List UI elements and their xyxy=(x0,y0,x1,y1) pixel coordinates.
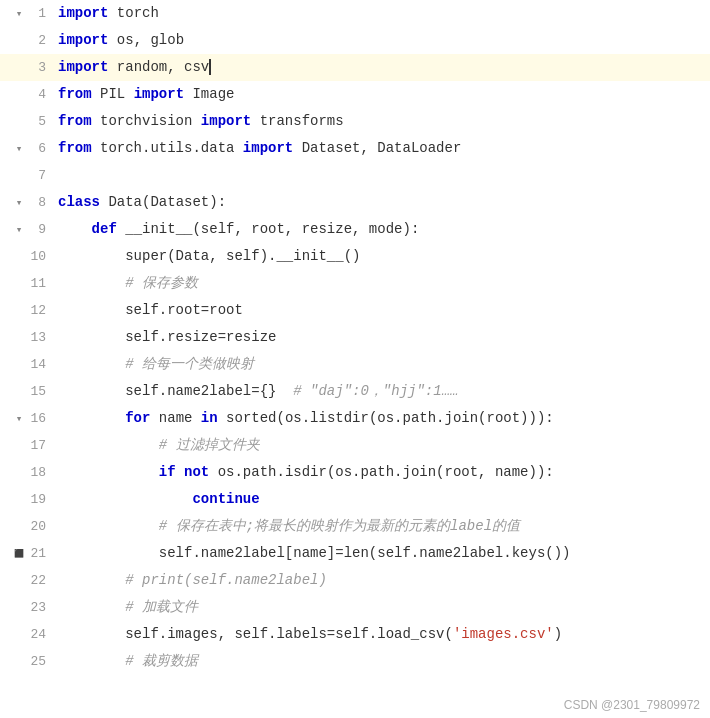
token-plain: ) xyxy=(554,626,562,642)
code-text: import os, glob xyxy=(50,27,184,54)
token-cm: # 加载文件 xyxy=(125,599,198,615)
line-number: 18 xyxy=(28,465,46,480)
token-plain: PIL xyxy=(92,86,134,102)
text-cursor xyxy=(209,59,211,75)
code-line: 4from PIL import Image xyxy=(0,81,710,108)
code-text: self.name2label[name]=len(self.name2labe… xyxy=(50,540,570,567)
code-text: self.root=root xyxy=(50,297,243,324)
token-kw: for xyxy=(125,410,150,426)
line-number: 3 xyxy=(28,60,46,75)
token-plain xyxy=(58,410,125,426)
fold-icon: ▾ xyxy=(12,223,26,236)
code-text: class Data(Dataset): xyxy=(50,189,226,216)
code-line: 19 continue xyxy=(0,486,710,513)
line-number: 20 xyxy=(28,519,46,534)
token-cm: # 保存参数 xyxy=(125,275,198,291)
token-plain xyxy=(58,437,159,453)
token-plain: Dataset, DataLoader xyxy=(293,140,461,156)
code-text: if not os.path.isdir(os.path.join(root, … xyxy=(50,459,554,486)
token-kw: from xyxy=(58,113,92,129)
code-line: 23 # 加载文件 xyxy=(0,594,710,621)
token-cm: # 给每一个类做映射 xyxy=(125,356,254,372)
line-number: 17 xyxy=(28,438,46,453)
code-content: ▾1import torch2import os, glob3import ra… xyxy=(0,0,710,675)
token-kw: not xyxy=(184,464,209,480)
token-plain: torch.utils.data xyxy=(92,140,243,156)
code-text: super(Data, self).__init__() xyxy=(50,243,360,270)
code-line: 10 super(Data, self).__init__() xyxy=(0,243,710,270)
line-number: 21 xyxy=(28,546,46,561)
code-text: from PIL import Image xyxy=(50,81,234,108)
line-number: 16 xyxy=(28,411,46,426)
token-kw: import xyxy=(243,140,293,156)
code-line: 7 xyxy=(0,162,710,189)
token-plain: transforms xyxy=(251,113,343,129)
token-plain xyxy=(58,572,125,588)
token-cm: # ″daj″:0，″hjj″:1…… xyxy=(293,383,458,399)
token-plain: torch xyxy=(108,5,158,21)
code-text: import torch xyxy=(50,0,159,27)
token-plain xyxy=(58,275,125,291)
token-kw: class xyxy=(58,194,100,210)
line-number: 12 xyxy=(28,303,46,318)
code-line: ⬛21 self.name2label[name]=len(self.name2… xyxy=(0,540,710,567)
code-line: 11 # 保存参数 xyxy=(0,270,710,297)
token-plain xyxy=(58,221,92,237)
line-number: 8 xyxy=(28,195,46,210)
fold-icon: ▾ xyxy=(12,7,26,20)
code-line: 14 # 给每一个类做映射 xyxy=(0,351,710,378)
code-line: 5from torchvision import transforms xyxy=(0,108,710,135)
token-cm: # print(self.name2label) xyxy=(125,572,327,588)
token-plain: super(Data, self).__init__() xyxy=(58,248,360,264)
token-plain: self.root=root xyxy=(58,302,243,318)
token-plain: self.name2label={} xyxy=(58,383,293,399)
line-number-col: 5 xyxy=(0,114,50,129)
line-number: 22 xyxy=(28,573,46,588)
line-number-col: ⬛21 xyxy=(0,546,50,561)
code-text: from torch.utils.data import Dataset, Da… xyxy=(50,135,461,162)
token-plain xyxy=(58,518,159,534)
line-number: 7 xyxy=(28,168,46,183)
token-str: 'images.csv' xyxy=(453,626,554,642)
code-line: ▾8class Data(Dataset): xyxy=(0,189,710,216)
line-number-col: 22 xyxy=(0,573,50,588)
code-text: # 过滤掉文件夹 xyxy=(50,432,260,459)
code-text: # print(self.name2label) xyxy=(50,567,327,594)
line-number-col: 14 xyxy=(0,357,50,372)
token-plain xyxy=(58,653,125,669)
token-cm: # 过滤掉文件夹 xyxy=(159,437,260,453)
line-number-col: 12 xyxy=(0,303,50,318)
line-number: 4 xyxy=(28,87,46,102)
line-number: 19 xyxy=(28,492,46,507)
line-number: 10 xyxy=(28,249,46,264)
line-number-col: 25 xyxy=(0,654,50,669)
line-number-col: ▾9 xyxy=(0,222,50,237)
line-number-col: 11 xyxy=(0,276,50,291)
line-number: 13 xyxy=(28,330,46,345)
token-kw: import xyxy=(58,32,108,48)
code-line: 24 self.images, self.labels=self.load_cs… xyxy=(0,621,710,648)
code-line: ▾16 for name in sorted(os.listdir(os.pat… xyxy=(0,405,710,432)
code-text: import random, csv xyxy=(50,54,211,81)
code-text: # 保存在表中;将最长的映射作为最新的元素的label的值 xyxy=(50,513,520,540)
token-plain xyxy=(58,491,192,507)
line-number: 25 xyxy=(28,654,46,669)
code-line: 25 # 裁剪数据 xyxy=(0,648,710,675)
fold-icon: ▾ xyxy=(12,412,26,425)
code-text: continue xyxy=(50,486,260,513)
line-number-col: 2 xyxy=(0,33,50,48)
code-line: 20 # 保存在表中;将最长的映射作为最新的元素的label的值 xyxy=(0,513,710,540)
code-line: 18 if not os.path.isdir(os.path.join(roo… xyxy=(0,459,710,486)
code-text: self.resize=resize xyxy=(50,324,276,351)
line-number: 5 xyxy=(28,114,46,129)
code-text: # 裁剪数据 xyxy=(50,648,198,675)
code-text: def __init__(self, root, resize, mode): xyxy=(50,216,419,243)
line-number: 11 xyxy=(28,276,46,291)
token-kw: import xyxy=(58,59,108,75)
code-line: 12 self.root=root xyxy=(0,297,710,324)
token-plain: os.path.isdir(os.path.join(root, name)): xyxy=(209,464,553,480)
token-plain: random, csv xyxy=(108,59,209,75)
line-number-col: ▾6 xyxy=(0,141,50,156)
line-number-col: 20 xyxy=(0,519,50,534)
token-plain xyxy=(58,599,125,615)
